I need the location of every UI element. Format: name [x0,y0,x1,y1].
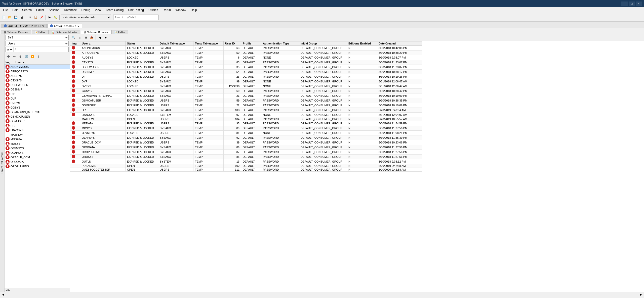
menu-item-help[interactable]: Help [189,8,199,12]
menu-item-edit[interactable]: Edit [10,8,20,12]
jumpto-input[interactable] [113,15,158,20]
menu-item-session[interactable]: Session [47,8,61,12]
left-edit-button[interactable]: ✏ [12,54,17,60]
menu-item-view[interactable]: View [93,8,103,12]
list-item[interactable]: CTXSYS [5,78,70,83]
minimize-button[interactable]: — [621,2,628,6]
left-search-type[interactable]: ⚙ [6,47,13,52]
table-row[interactable]: ORDSYSEXPIRED & LOCKEDSYSAUXTEMP85DEFAUL… [70,155,422,159]
list-item[interactable]: OJVMSYS [5,146,70,151]
table-row[interactable]: DBSNMPEXPIRED & LOCKEDSYSAUXTEMP54DEFAUL… [70,70,422,74]
col-header-default-ts[interactable]: Default Tablespace [158,41,193,46]
debug-button[interactable]: 🐛 [53,14,58,20]
workspace-selector[interactable]: <No Workspace selected> [61,15,111,20]
list-item[interactable]: HR [5,123,70,128]
list-item[interactable]: GSMCATUSER [5,114,70,119]
list-item[interactable]: MATHEW [5,132,70,137]
table-row[interactable]: GSMCATUSEREXPIRED & LOCKEDUSERSTEMP59DEF… [70,98,422,103]
col-header-group[interactable]: Initial Group [299,41,347,46]
table-row[interactable]: GGSYSEXPIRED & LOCKEDSYSAUXTEMP60DEFAULT… [70,89,422,93]
save-button[interactable]: 💾 [13,14,19,20]
table-row[interactable]: OJVMSYSLOCKEDUSERSTEMP81DEFAULTNONEDEFAU… [70,131,422,135]
tab-editor-1[interactable]: 📝 Editor [32,30,49,34]
list-item[interactable]: DBSNMP [5,87,70,92]
left-filter-button[interactable]: 🔽 [30,54,35,60]
list-item[interactable]: MDDATA [5,137,70,141]
col-header-userid[interactable]: User ID [224,41,241,46]
col-header-status[interactable]: Status [126,41,158,46]
list-item[interactable]: DBSFWUSER [5,83,70,87]
table-row[interactable]: HREXPIRED & LOCKEDSYSAUXTEMP103DEFAULTPA… [70,108,422,113]
menu-item-window[interactable]: Window [173,8,188,12]
list-item[interactable]: ORACLE_OCM [5,155,70,160]
copy-button[interactable]: 📋 [33,14,38,20]
maximize-button[interactable]: □ [629,2,635,6]
list-item[interactable]: ORDPLUGINS [5,164,70,169]
menu-item-debug[interactable]: Debug [79,8,92,12]
list-item[interactable]: GGSYS [5,105,70,110]
menu-item-editor[interactable]: Editor [34,8,46,12]
list-item[interactable]: ANONYMOUS [5,65,70,69]
list-item[interactable]: MDSYS [5,141,70,146]
menu-item-database[interactable]: Database [62,8,79,12]
tab-editor-2[interactable]: 📝 Editor [111,30,128,34]
list-item[interactable]: GSMADMIN_INTERNAL [5,110,70,114]
tab-schema-browser-2[interactable]: 🗄 Schema Browser [81,30,111,34]
left-more-button[interactable]: ⋮ [36,54,41,60]
tab-db-monitor[interactable]: 📊 Database Monitor [49,30,80,34]
list-item[interactable]: DVF [5,96,70,101]
conn-tab-sys[interactable]: SYS@ORA18CDEV [47,24,82,28]
tab-schema-browser-1[interactable]: 🗄 Schema Browser [1,30,31,34]
schema-dropdown[interactable]: SYS SYSTEM PUBLIC [6,35,69,40]
paste-button[interactable]: 📌 [39,14,45,20]
left-search-input[interactable] [14,47,69,52]
right-grid-button[interactable]: ⊞ [83,35,89,41]
table-row[interactable]: ORDPLUGINSEXPIRED & LOCKEDSYSAUXTEMP87DE… [70,150,422,155]
table-row[interactable]: APPQOSSYSEXPIRED & LOCKEDSYSAUXTEMP50DEF… [70,51,422,55]
left-col-user[interactable]: User ▲ [16,61,25,64]
list-item[interactable]: DIP [5,92,70,96]
table-row[interactable]: MDSYSEXPIRED & LOCKEDSYSAUXTEMP89DEFAULT… [70,126,422,131]
col-header-profile[interactable]: Profile [241,41,261,46]
list-item[interactable]: ORDDATA [5,160,70,164]
table-row[interactable]: ORACLE_OCMEXPIRED & LOCKEDUSERSTEMP39DEF… [70,140,422,145]
col-header-auth[interactable]: Authentication Type [261,41,299,46]
table-row[interactable]: GSMUSEREXPIRED & LOCKEDUSERSTEMP22DEFAUL… [70,103,422,108]
table-row[interactable]: PDBADMINOPENUSERSTEMP102DEFAULTPASSWORDD… [70,164,422,168]
menu-item-utilities[interactable]: Utilities [146,8,160,12]
list-item[interactable]: AUDSYS [5,74,70,78]
table-row[interactable]: CTXSYSEXPIRED & LOCKEDSYSAUXTEMP83DEFAUL… [70,60,422,65]
menu-item-file[interactable]: File [1,8,10,12]
list-item[interactable]: DVSYS [5,101,70,105]
table-row[interactable]: OUTLNEXPIRED & LOCKEDSYSTEMTEMP13DEFAULT… [70,159,422,164]
right-list-button[interactable]: ≡ [77,35,83,41]
menu-item-rerun[interactable]: Rerun [161,8,173,12]
left-add-button[interactable]: ➕ [6,54,11,60]
object-type-dropdown[interactable]: Users Tables Views Procedures Functions [6,41,69,46]
menu-item-search[interactable]: Search [20,8,34,12]
table-row[interactable]: AUDSYSLOCKEDUSERSTEMP8DEFAULTNONEDEFAULT… [70,55,422,60]
right-back-button[interactable]: ◀ [97,35,102,41]
col-header-img[interactable]: Img [70,41,80,46]
print-button[interactable]: 🖨 [19,14,25,20]
left-drop-button[interactable]: 🗑 [18,54,23,60]
table-row[interactable]: ANONYMOUSEXPIRED & LOCKEDSYSAUXTEMP63DEF… [70,46,422,51]
right-export-button[interactable]: 📤 [89,35,95,41]
new-button[interactable]: 📄 [1,14,7,20]
table-row[interactable]: LBACSYSLOCKEDSYSTEMTEMP97DEFAULTNONEDEFA… [70,113,422,117]
open-button[interactable]: 📂 [7,14,13,20]
col-header-temp-ts[interactable]: Temp Tablespace [193,41,224,46]
list-item[interactable]: APPQOSSYS [5,69,70,74]
table-row[interactable]: DVFLOCKEDSYSAUXTEMP99DEFAULTNONEDEFAULT_… [70,79,422,84]
close-button[interactable]: ✕ [636,2,642,6]
run-button[interactable]: ▶ [47,14,52,20]
table-row[interactable]: DBSFWUSEREXPIRED & LOCKEDSYSAUXTEMP35DEF… [70,65,422,70]
table-row[interactable]: ORDDATAEXPIRED & LOCKEDSYSAUXTEMP86DEFAU… [70,145,422,150]
menu-item-team-coding[interactable]: Team Coding [104,8,126,12]
right-fwd-button[interactable]: ▶ [103,35,108,41]
table-row[interactable]: MATHEWOPENUSERSTEMP104DEFAULTPASSWORDDEF… [70,117,422,121]
vtab-object-test[interactable]: Object Test Wizard [0,152,4,175]
col-header-date[interactable]: Date Created [377,41,422,46]
table-row[interactable]: DVSYSLOCKEDSYSAUXTEMP1279990DEFAULTNONED… [70,84,422,89]
col-header-editions[interactable]: Editions Enabled [347,41,377,46]
